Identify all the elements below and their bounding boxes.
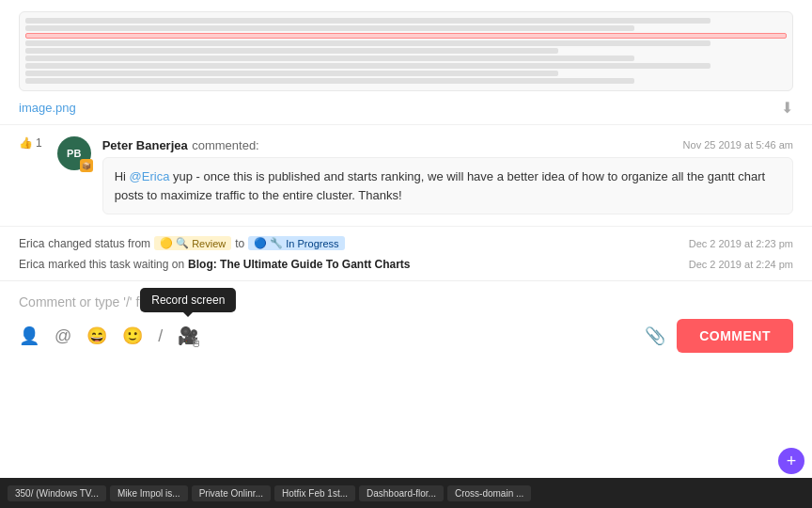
activity-actor-2: Erica: [19, 258, 44, 271]
main-container: image.png ⬇ 👍 1 PB 📦 Peter Ba: [0, 0, 812, 508]
toolbar-right: 📎 COMMENT: [645, 319, 793, 353]
status-from: 🟡 🔍 Review: [154, 236, 231, 250]
activity-text-1: Erica changed status from 🟡 🔍 Review to …: [19, 236, 345, 250]
status-to: 🔵 🔧 In Progress: [248, 236, 344, 250]
activity-action-1: changed status from: [48, 237, 150, 250]
taskbar-item-4[interactable]: Dashboard-flor...: [359, 485, 444, 501]
comment-timestamp: Nov 25 2019 at 5:46 am: [683, 139, 793, 151]
input-section: Comment or type '/' for commands 👤 @ 😄 🙂…: [0, 280, 812, 360]
activity-text-2: Erica marked this task waiting on Blog: …: [19, 258, 411, 271]
comment-left: 👍 1 PB 📦: [19, 136, 91, 170]
avatar-badge: 📦: [80, 159, 93, 172]
comment-body: Peter Banerjea commented: Nov 25 2019 at…: [102, 136, 793, 214]
comment-author: Peter Banerjea: [102, 138, 188, 152]
mention-people-icon[interactable]: 👤: [19, 325, 39, 346]
taskbar-item-3[interactable]: Hotfix Feb 1st...: [274, 485, 355, 501]
activity-actor-1: Erica: [19, 237, 44, 250]
avatar-initials: PB: [67, 148, 81, 159]
image-preview: [19, 11, 793, 91]
emoji-icon[interactable]: 😄: [86, 325, 107, 346]
activity-time-1: Dec 2 2019 at 2:23 pm: [689, 238, 793, 249]
activity-to-word: to: [235, 237, 244, 250]
image-section: image.png ⬇: [0, 0, 812, 125]
image-filename-row: image.png ⬇: [19, 99, 793, 117]
activity-time-2: Dec 2 2019 at 2:24 pm: [689, 259, 793, 270]
taskbar: 350/ (Windows TV... Mike Impol is... Pri…: [0, 478, 812, 508]
record-screen-button[interactable]: Record screen 🎥 🖱: [178, 325, 198, 346]
smiley-icon[interactable]: 🙂: [122, 325, 143, 346]
comment-text-before: Hi: [115, 169, 130, 183]
at-mention-icon[interactable]: @: [55, 326, 71, 346]
comment-mention[interactable]: @Erica: [130, 169, 170, 183]
image-filename[interactable]: image.png: [19, 101, 76, 115]
activity-action-2: marked this task waiting on: [48, 258, 184, 271]
slash-command-icon[interactable]: /: [158, 326, 163, 346]
activity-link[interactable]: Blog: The Ultimate Guide To Gantt Charts: [188, 258, 410, 271]
like-count: 1: [36, 136, 42, 150]
record-tooltip: Record screen: [140, 288, 236, 312]
comment-author-line: Peter Banerjea commented:: [102, 136, 259, 153]
comment-section: 👍 1 PB 📦 Peter Banerjea commented: Nov 2…: [0, 125, 812, 227]
activity-row-1: Erica changed status from 🟡 🔍 Review to …: [19, 232, 793, 254]
comment-text-after: yup - once this is published and starts …: [115, 169, 765, 202]
comment-button[interactable]: COMMENT: [677, 319, 793, 353]
activity-section: Erica changed status from 🟡 🔍 Review to …: [0, 227, 812, 280]
attach-icon[interactable]: 📎: [645, 325, 665, 346]
comment-header: Peter Banerjea commented: Nov 25 2019 at…: [102, 136, 793, 153]
activity-row-2: Erica marked this task waiting on Blog: …: [19, 254, 793, 275]
comment-item: 👍 1 PB 📦 Peter Banerjea commented: Nov 2…: [19, 136, 793, 214]
taskbar-item-5[interactable]: Cross-domain ...: [447, 485, 531, 501]
taskbar-item-0[interactable]: 350/ (Windows TV...: [8, 485, 106, 501]
cursor-icon: 🖱: [189, 335, 202, 350]
fab-button[interactable]: +: [778, 448, 804, 474]
like-button[interactable]: 👍 1: [19, 136, 42, 150]
toolbar-left: 👤 @ 😄 🙂 / Record screen 🎥 🖱: [19, 325, 198, 346]
comment-content: Hi @Erica yup - once this is published a…: [102, 157, 793, 214]
taskbar-item-1[interactable]: Mike Impol is...: [110, 485, 188, 501]
avatar: PB 📦: [57, 136, 91, 170]
input-toolbar: 👤 @ 😄 🙂 / Record screen 🎥 🖱 📎 COMMENT: [19, 319, 793, 353]
download-icon[interactable]: ⬇: [781, 99, 793, 117]
comment-action: commented:: [192, 138, 259, 152]
taskbar-item-2[interactable]: Private Onlinr...: [192, 485, 271, 501]
comment-input[interactable]: Comment or type '/' for commands: [19, 291, 793, 319]
